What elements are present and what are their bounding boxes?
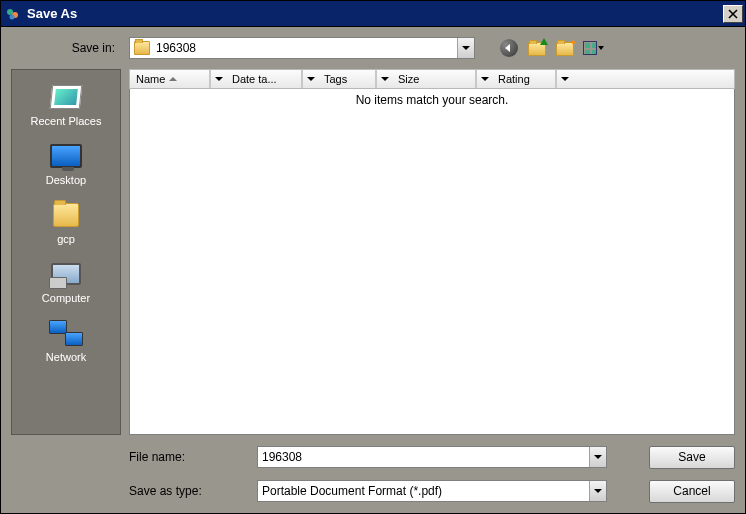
chevron-down-icon	[381, 77, 389, 81]
column-name-label: Name	[136, 73, 165, 85]
column-date-taken[interactable]: Date ta...	[226, 70, 302, 88]
column-size-label: Size	[398, 73, 419, 85]
chevron-down-icon	[215, 77, 223, 81]
column-rating[interactable]: Rating	[492, 70, 556, 88]
dialog-body: Save in: 196308	[1, 27, 745, 513]
up-one-level-button[interactable]	[527, 38, 547, 58]
svg-point-2	[10, 14, 15, 19]
column-tags-filter[interactable]	[376, 70, 392, 88]
place-desktop[interactable]: Desktop	[12, 135, 120, 194]
column-headers: Name Date ta... Tags Size	[129, 69, 735, 89]
chevron-down-icon	[462, 46, 470, 50]
save-in-value: 196308	[156, 41, 196, 55]
save-in-combo[interactable]: 196308	[129, 37, 475, 59]
save-in-row: Save in: 196308	[11, 35, 735, 61]
chevron-down-icon	[594, 455, 602, 459]
nav-toolbar: ✦	[499, 38, 603, 58]
save-in-label: Save in:	[11, 41, 123, 55]
views-menu-button[interactable]	[583, 38, 603, 58]
save-type-combo[interactable]: Portable Document Format (*.pdf)	[257, 480, 607, 502]
save-type-value: Portable Document Format (*.pdf)	[262, 484, 442, 498]
computer-icon	[49, 259, 83, 289]
column-spacer	[572, 70, 734, 88]
combo-dropdown-button[interactable]	[457, 38, 474, 58]
save-type-row: Save as type: Portable Document Format (…	[129, 479, 735, 503]
chevron-down-icon	[561, 77, 569, 81]
column-name-filter[interactable]	[210, 70, 226, 88]
save-as-dialog: Save As Save in: 196308	[0, 0, 746, 514]
column-tags-label: Tags	[324, 73, 347, 85]
place-computer[interactable]: Computer	[12, 253, 120, 312]
file-list[interactable]: No items match your search.	[129, 89, 735, 435]
empty-message: No items match your search.	[356, 93, 509, 107]
file-name-row: File name: Save	[129, 445, 735, 469]
place-recent[interactable]: Recent Places	[12, 76, 120, 135]
file-name-combo[interactable]	[257, 446, 607, 468]
column-date-filter[interactable]	[302, 70, 318, 88]
chevron-down-icon	[594, 489, 602, 493]
place-label: Computer	[42, 292, 90, 304]
chevron-down-icon	[307, 77, 315, 81]
place-gcp[interactable]: gcp	[12, 194, 120, 253]
folder-icon	[134, 41, 150, 55]
place-label: gcp	[57, 233, 75, 245]
desktop-icon	[49, 141, 83, 171]
views-icon	[583, 41, 604, 55]
place-label: Network	[46, 351, 86, 363]
back-arrow-icon	[500, 39, 518, 57]
chevron-down-icon	[481, 77, 489, 81]
places-bar: Recent Places Desktop gcp Computer Netwo…	[11, 69, 121, 435]
title-text: Save As	[27, 6, 723, 21]
place-network[interactable]: Network	[12, 312, 120, 371]
bottom-controls: File name: Save Save as type: Portable D…	[129, 445, 735, 503]
folder-up-icon	[528, 40, 546, 56]
column-date-label: Date ta...	[232, 73, 277, 85]
sort-ascending-icon	[169, 77, 177, 81]
file-name-dropdown-button[interactable]	[589, 447, 606, 467]
save-button[interactable]: Save	[649, 446, 735, 469]
network-icon	[49, 318, 83, 348]
file-list-area: Name Date ta... Tags Size	[129, 69, 735, 435]
close-button[interactable]	[723, 5, 743, 23]
create-new-folder-button[interactable]: ✦	[555, 38, 575, 58]
place-label: Desktop	[46, 174, 86, 186]
column-rating-label: Rating	[498, 73, 530, 85]
column-size-filter[interactable]	[476, 70, 492, 88]
cancel-button[interactable]: Cancel	[649, 480, 735, 503]
app-icon	[5, 6, 21, 22]
back-button[interactable]	[499, 38, 519, 58]
file-name-input[interactable]	[262, 447, 586, 467]
titlebar: Save As	[1, 1, 745, 27]
save-type-label: Save as type:	[129, 484, 257, 498]
new-folder-icon: ✦	[556, 40, 574, 56]
file-name-label: File name:	[129, 450, 257, 464]
place-label: Recent Places	[31, 115, 102, 127]
column-tags[interactable]: Tags	[318, 70, 376, 88]
save-type-dropdown-button[interactable]	[589, 481, 606, 501]
column-size[interactable]: Size	[392, 70, 476, 88]
recent-places-icon	[49, 82, 83, 112]
folder-icon	[49, 200, 83, 230]
column-rating-filter[interactable]	[556, 70, 572, 88]
svg-point-0	[7, 9, 13, 15]
middle-area: Recent Places Desktop gcp Computer Netwo…	[11, 69, 735, 435]
column-name[interactable]: Name	[130, 70, 210, 88]
